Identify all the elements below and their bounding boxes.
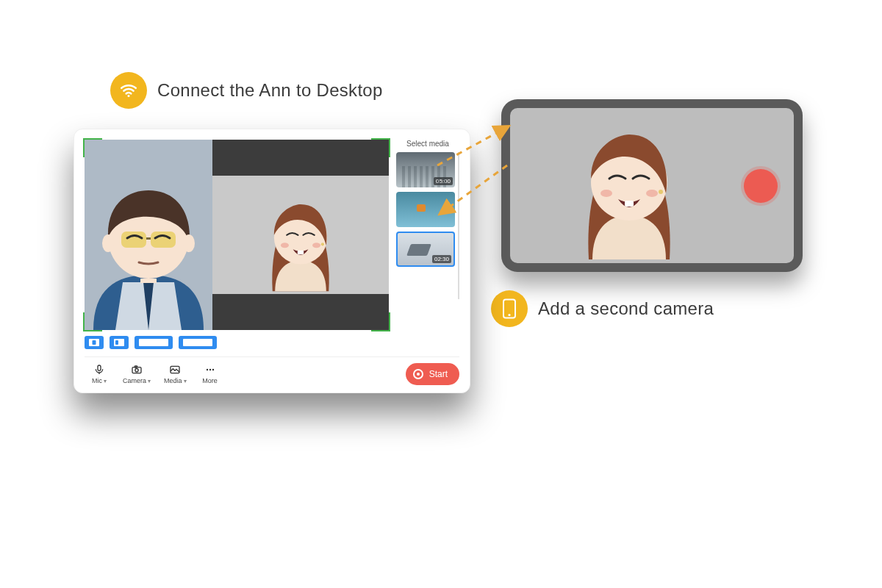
avatar-female [242,184,359,294]
avatar-male [85,161,212,330]
svg-point-10 [102,234,114,252]
camera-label: Camera [123,377,146,384]
phone-record-button[interactable] [744,169,778,203]
start-label: Start [429,369,448,379]
svg-point-17 [312,243,320,248]
svg-point-33 [212,369,213,370]
more-label: More [202,377,218,384]
svg-rect-23 [115,340,118,345]
chevron-down-icon: ▾ [184,378,187,384]
media-button[interactable]: Media▾ [159,363,191,385]
secondary-camera-tile[interactable] [212,140,389,330]
svg-point-2 [600,190,612,197]
svg-point-31 [206,369,207,370]
callout-connect: Connect the Ann to Desktop [110,72,383,109]
primary-camera-tile[interactable] [85,140,212,330]
svg-point-19 [321,243,324,245]
more-button[interactable]: More [196,363,225,385]
callout-connect-text: Connect the Ann to Desktop [157,80,383,101]
recording-stage [85,140,389,330]
svg-point-28 [135,369,138,372]
svg-rect-18 [298,250,304,254]
svg-point-16 [281,243,289,248]
chevron-down-icon: ▾ [148,378,151,384]
phone-icon [491,290,528,327]
chevron-down-icon: ▾ [104,378,107,384]
layout-option-1[interactable] [85,336,104,349]
svg-point-5 [659,190,663,194]
svg-point-3 [646,190,658,197]
callout-add-camera: Add a second camera [491,290,714,327]
camera-button[interactable]: Camera▾ [118,363,155,385]
svg-rect-12 [121,232,146,248]
svg-rect-25 [183,339,212,346]
svg-rect-4 [625,201,634,207]
media-thumb[interactable] [396,192,455,227]
svg-point-0 [127,95,129,97]
svg-point-32 [209,369,210,370]
layout-option-2[interactable] [110,336,129,349]
media-thumb[interactable]: 05:00 [396,152,455,187]
media-sidebar-title: Select media [396,140,459,148]
svg-point-7 [508,314,510,316]
recorder-app-window: Select media 05:00 02:30 Mic▾ Camera▾ Me… [74,129,470,393]
media-label: Media [164,377,182,384]
callout-add-camera-text: Add a second camera [538,298,714,319]
start-button[interactable]: Start [406,363,459,385]
phone-camera-feed [545,108,714,263]
svg-rect-21 [93,340,96,345]
mic-button[interactable]: Mic▾ [85,363,114,385]
svg-point-11 [183,234,195,252]
layout-row [85,336,459,349]
phone-device [501,99,803,272]
phone-screen [510,108,794,263]
svg-rect-13 [151,232,176,248]
record-icon [413,369,423,379]
svg-rect-8 [140,279,157,283]
layout-option-3[interactable] [135,336,173,349]
mic-label: Mic [92,377,102,384]
media-sidebar: Select media 05:00 02:30 [396,140,459,330]
media-thumb-selected[interactable]: 02:30 [396,232,455,267]
svg-rect-24 [139,339,168,346]
svg-rect-26 [98,365,101,370]
wifi-icon [110,72,147,109]
bottom-toolbar: Mic▾ Camera▾ Media▾ More Start [85,356,459,385]
layout-option-4[interactable] [179,336,217,349]
svg-rect-14 [146,237,151,240]
